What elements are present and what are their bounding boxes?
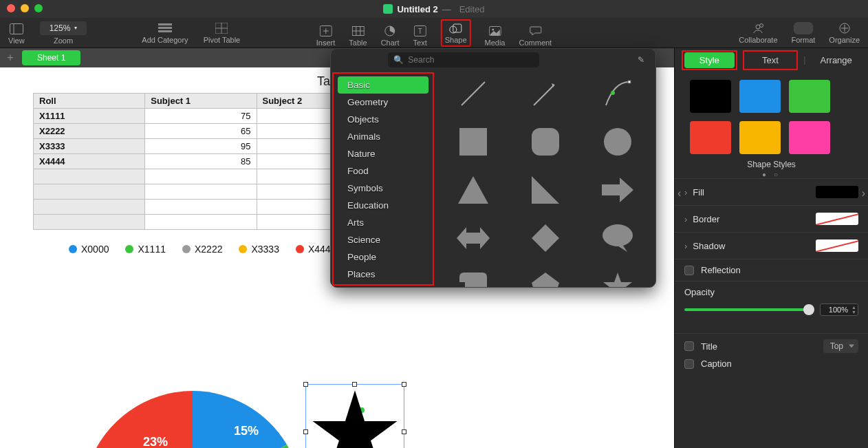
table-button[interactable]: Table [349, 25, 367, 47]
reflection-checkbox[interactable] [684, 266, 694, 275]
resize-handle[interactable] [402, 429, 406, 434]
shape-category[interactable]: Food [334, 162, 433, 180]
shape-rounded-square[interactable] [514, 123, 576, 160]
stepper-icon[interactable]: ▲▼ [849, 305, 856, 314]
style-next-button[interactable]: › [862, 187, 865, 200]
shadow-row[interactable]: › Shadow [675, 232, 868, 259]
shape-search-input[interactable]: 🔍 Search [388, 52, 539, 67]
organize-label: Organize [829, 36, 860, 44]
svg-point-23 [760, 23, 763, 27]
resize-handle[interactable] [303, 429, 308, 434]
style-prev-button[interactable]: ‹ [677, 187, 681, 200]
shape-category[interactable]: Animals [334, 128, 433, 145]
shape-category[interactable]: Activities [334, 283, 433, 288]
minimize-window-button[interactable] [21, 4, 29, 12]
shape-category[interactable]: Objects [334, 111, 433, 128]
close-window-button[interactable] [7, 4, 15, 12]
shape-category[interactable]: Science [334, 231, 433, 248]
style-swatch[interactable] [690, 121, 731, 154]
style-swatch[interactable] [739, 121, 781, 154]
shape-line[interactable] [442, 75, 503, 112]
style-swatch[interactable] [789, 121, 830, 154]
legend-item[interactable]: X3333 [239, 244, 279, 255]
resize-handle[interactable] [352, 382, 357, 387]
view-button[interactable]: View [8, 23, 25, 45]
shape-category[interactable]: People [334, 248, 433, 266]
svg-marker-38 [532, 176, 559, 204]
pivot-table-button[interactable]: Pivot Table [204, 22, 241, 44]
reflection-label: Reflection [701, 265, 741, 275]
resize-handle[interactable] [402, 382, 406, 387]
shape-category[interactable]: Geometry [334, 94, 433, 111]
fullscreen-window-button[interactable] [34, 4, 43, 12]
collaborate-button[interactable]: Collaborate [739, 22, 777, 44]
opacity-slider[interactable] [684, 308, 809, 311]
selected-shape-star[interactable] [305, 384, 404, 448]
title-position-dropdown[interactable]: Top [823, 339, 858, 353]
sidebar-icon [10, 23, 23, 35]
inspector-tab-text[interactable]: Text [746, 52, 796, 68]
shape-category[interactable]: Places [334, 266, 433, 283]
organize-button[interactable]: Organize [829, 22, 860, 44]
add-category-label: Add Category [142, 36, 188, 44]
shape-arrow-right[interactable] [587, 171, 649, 209]
media-button[interactable]: Media [485, 25, 506, 47]
pie-chart[interactable]: 15% 20% 23% [83, 384, 303, 448]
fill-row[interactable]: › Fill [675, 178, 868, 205]
sheet-tab-active[interactable]: Sheet 1 [22, 50, 80, 65]
shape-diamond[interactable] [514, 220, 576, 257]
title-checkbox[interactable] [684, 341, 694, 351]
shape-category[interactable]: Education [334, 197, 433, 214]
shadow-swatch[interactable] [816, 239, 858, 252]
shape-button[interactable]: Shape [441, 19, 471, 47]
shape-arrow-line[interactable] [514, 75, 576, 112]
shape-star[interactable] [587, 268, 649, 288]
legend-color-icon [69, 245, 77, 253]
style-swatch[interactable] [690, 80, 731, 113]
zoom-value-pill[interactable]: 125%▾ [40, 21, 87, 35]
style-swatch[interactable] [739, 80, 781, 113]
shape-pentagon[interactable] [514, 268, 576, 288]
shape-category-basic[interactable]: Basic [338, 76, 428, 94]
pen-tool-icon[interactable]: ✎ [638, 55, 644, 65]
border-row[interactable]: › Border [675, 205, 868, 232]
caption-checkbox[interactable] [684, 359, 694, 369]
comment-button[interactable]: Comment [519, 25, 552, 47]
inspector-tab-arrange[interactable]: Arrange [811, 52, 861, 68]
chart-button[interactable]: Chart [381, 25, 400, 47]
shape-category[interactable]: Nature [334, 145, 433, 162]
shape-square[interactable] [442, 123, 503, 160]
border-swatch[interactable] [816, 213, 858, 225]
shape-triangle[interactable] [442, 171, 503, 209]
zoom-button[interactable]: 125%▾ Zoom [40, 21, 87, 45]
fill-color-swatch[interactable] [816, 186, 858, 198]
opacity-thumb[interactable] [803, 304, 814, 315]
insert-button[interactable]: Insert [316, 25, 336, 47]
shape-category[interactable]: Symbols [334, 180, 433, 197]
add-sheet-button[interactable]: + [4, 52, 17, 64]
shape-curve[interactable] [587, 75, 649, 112]
col-header[interactable]: Roll [34, 94, 145, 109]
chevron-right-icon: › [684, 187, 687, 198]
format-button[interactable]: Format [792, 22, 816, 44]
svg-text:T: T [418, 28, 422, 35]
add-category-button[interactable]: Add Category [142, 22, 188, 44]
text-button[interactable]: T Text [413, 25, 427, 47]
insert-icon [319, 25, 333, 37]
shape-right-triangle[interactable] [514, 171, 576, 209]
shape-grid [435, 71, 655, 287]
shape-rounded-alt[interactable] [442, 268, 503, 288]
col-header[interactable]: Subject 1 [145, 94, 257, 109]
resize-handle[interactable] [303, 382, 308, 387]
legend-item[interactable]: X2222 [182, 244, 222, 255]
shape-speech-bubble[interactable] [587, 220, 649, 257]
legend-item[interactable]: X1111 [125, 244, 165, 255]
opacity-value[interactable]: 100%▲▼ [820, 303, 858, 316]
shape-category[interactable]: Arts [334, 214, 433, 231]
inspector-tab-style[interactable]: Style [684, 52, 735, 68]
shape-circle[interactable] [587, 123, 649, 160]
collab-label: Collaborate [739, 36, 777, 44]
legend-item[interactable]: X0000 [69, 244, 109, 255]
style-swatch[interactable] [789, 80, 830, 113]
shape-double-arrow[interactable] [442, 220, 503, 257]
